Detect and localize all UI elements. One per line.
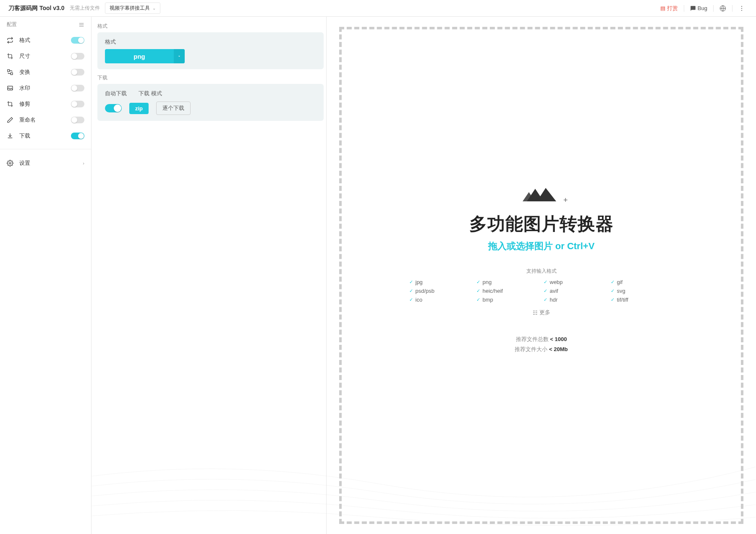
format-item: ✓ico [409,297,472,303]
toggle-trim[interactable] [71,101,84,107]
format-item: ✓hdr [544,297,607,303]
bug-label: Bug [698,5,707,11]
format-item: ✓tif/tiff [611,297,674,303]
svg-point-2 [741,8,742,9]
check-icon: ✓ [611,288,615,294]
toggle-auto-download[interactable] [105,104,122,112]
expand-icon: ☷ [533,310,538,316]
auto-download-label: 自动下载 [105,90,127,97]
sidebar-item-label: 变换 [19,68,30,76]
toggle-format[interactable] [71,37,84,44]
bug-button[interactable]: Bug [688,3,710,13]
format-section-label: 格式 [97,23,324,30]
plus-icon: + [563,196,568,205]
divider [0,149,91,149]
more-menu-button[interactable] [736,3,748,14]
check-icon: ✓ [409,279,413,285]
app-header: 刀客源码网 Tool v3.0 无需上传文件 视频字幕拼接工具 ⌄ ▤ 打赏 B… [0,0,756,17]
formats-header: 支持输入格式 [526,268,557,275]
tool-selector-label: 视频字幕拼接工具 [110,5,150,12]
download-card: 自动下载 下载 模式 zip 逐个下载 [97,84,324,121]
check-icon: ✓ [409,297,413,302]
check-icon: ✓ [476,297,480,302]
sidebar: 配置 格式 尺寸 [0,17,92,534]
svg-point-1 [741,6,742,7]
transform-icon [7,69,13,76]
divider [684,5,684,12]
sidebar-item-watermark[interactable]: 水印 [0,80,91,96]
check-icon: ✓ [544,279,547,285]
sidebar-item-label: 格式 [19,36,30,44]
sidebar-item-rename[interactable]: 重命名 [0,112,91,128]
toggle-rename[interactable] [71,117,84,123]
image-placeholder-icon: + [523,180,560,204]
app-subtitle: 无需上传文件 [70,5,100,12]
crop-icon [7,53,13,60]
format-card: 格式 png [97,32,324,69]
download-icon [7,133,13,139]
dropzone[interactable]: + 多功能图片转换器 拖入或选择图片 or Ctrl+V 支持输入格式 ✓jpg… [339,27,743,524]
sidebar-item-label: 水印 [19,84,30,92]
gear-icon [7,160,13,167]
format-item: ✓gif [611,279,674,285]
format-item: ✓psd/psb [409,288,472,294]
toggle-watermark[interactable] [71,85,84,91]
menu-icon[interactable] [78,22,84,28]
format-item: ✓jpg [409,279,472,285]
settings-label: 设置 [19,159,30,167]
app-title: 刀客源码网 Tool v3.0 [8,5,65,12]
format-item: ✓png [476,279,539,285]
drop-subtitle: 拖入或选择图片 or Ctrl+V [488,240,595,253]
loop-icon [7,37,13,44]
more-formats-link[interactable]: ☷ 更多 [533,309,550,316]
toggle-transform[interactable] [71,69,84,76]
main-area: + 多功能图片转换器 拖入或选择图片 or Ctrl+V 支持输入格式 ✓jpg… [327,17,756,534]
divider [732,5,732,12]
toggle-download[interactable] [71,133,84,139]
sidebar-item-label: 修剪 [19,100,30,108]
check-icon: ✓ [476,279,480,285]
format-select[interactable]: png [105,49,185,63]
svg-point-3 [741,10,742,10]
sidebar-item-download[interactable]: 下载 [0,128,91,144]
format-item: ✓bmp [476,297,539,303]
trim-icon [7,101,13,107]
globe-icon [719,5,726,12]
language-button[interactable] [717,3,729,14]
tip-label: 打赏 [667,5,678,12]
download-mode-label: 下载 模式 [139,90,162,97]
svg-rect-4 [8,70,10,72]
svg-point-7 [9,162,11,164]
format-item: ✓webp [544,279,607,285]
zip-button[interactable]: zip [129,103,149,114]
chevron-down-icon: ⌄ [152,6,156,10]
toggle-size[interactable] [71,53,84,60]
sidebar-settings[interactable]: 设置 › [0,154,91,172]
sidebar-item-transform[interactable]: 变换 [0,64,91,80]
download-section-label: 下载 [97,74,324,81]
chevron-down-icon [174,49,185,63]
check-icon: ✓ [409,288,413,294]
sidebar-item-label: 重命名 [19,116,36,124]
tip-button[interactable]: ▤ 打赏 [658,3,680,14]
format-item: ✓avif [544,288,607,294]
sidebar-item-size[interactable]: 尺寸 [0,48,91,64]
sidebar-item-label: 下载 [19,132,30,140]
check-icon: ✓ [544,297,547,302]
config-panel: 格式 格式 png 下载 自动下载 下载 模式 zip 逐个下载 [92,17,327,534]
format-item: ✓heic/heif [476,288,539,294]
check-icon: ✓ [476,288,480,294]
check-icon: ✓ [611,279,615,285]
sidebar-header-label: 配置 [7,21,17,28]
format-value: png [105,53,174,60]
sidebar-item-trim[interactable]: 修剪 [0,96,91,112]
tool-selector[interactable]: 视频字幕拼接工具 ⌄ [105,3,160,14]
format-card-label: 格式 [105,38,316,46]
chat-icon [690,5,696,11]
drop-title: 多功能图片转换器 [469,212,614,236]
sidebar-item-format[interactable]: 格式 [0,32,91,48]
recommended-size: 推荐文件大小 < 20Mb [515,346,568,353]
watermark-icon [7,85,13,91]
coin-icon: ▤ [660,5,665,11]
individual-download-button[interactable]: 逐个下载 [156,102,191,115]
